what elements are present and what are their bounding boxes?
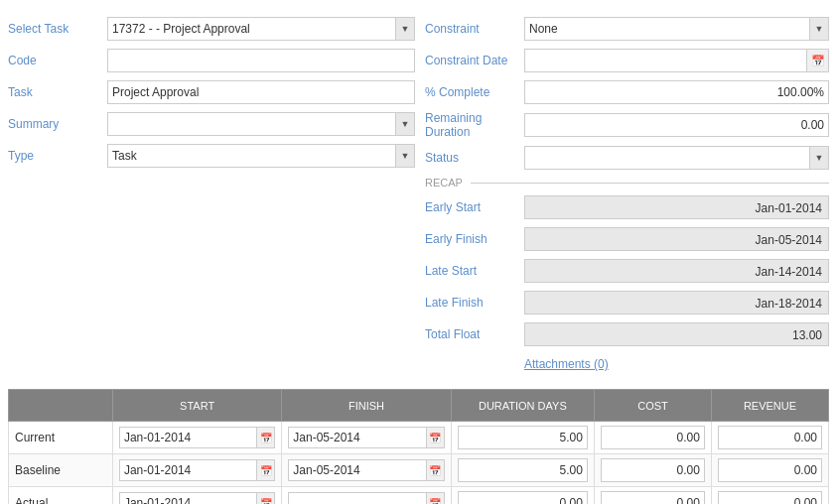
row-baseline-start-calendar-icon[interactable]: 📅 xyxy=(257,459,275,481)
row-current-start-wrapper: 📅 xyxy=(119,427,275,448)
row-baseline-start-cell: 📅 xyxy=(112,454,281,487)
row-baseline-revenue-cell xyxy=(711,454,828,487)
table-row: Actual 📅 📅 xyxy=(9,487,829,505)
row-actual-revenue-cell xyxy=(711,487,828,505)
row-current-revenue-cell xyxy=(711,422,828,454)
status-label: Status xyxy=(425,151,524,165)
late-finish-label: Late Finish xyxy=(425,296,524,310)
constraint-date-label: Constraint Date xyxy=(425,54,524,67)
remaining-duration-input[interactable] xyxy=(524,113,829,137)
row-actual-finish-calendar-icon[interactable]: 📅 xyxy=(427,492,445,504)
row-baseline-duration-cell xyxy=(451,454,594,487)
table-header-duration: DURATION DAYS xyxy=(451,390,594,422)
percent-complete-input[interactable] xyxy=(524,80,829,104)
row-actual-cost-cell xyxy=(594,487,711,505)
row-baseline-start-wrapper: 📅 xyxy=(119,459,275,481)
table-row: Baseline 📅 📅 xyxy=(9,454,829,487)
row-current-cost-input[interactable] xyxy=(601,426,705,449)
type-label: Type xyxy=(8,149,107,163)
total-float-value: 13.00 xyxy=(524,322,829,346)
table-header-finish: FINISH xyxy=(282,390,451,422)
row-current-duration-cell xyxy=(451,422,594,454)
early-finish-value: Jan-05-2014 xyxy=(524,227,829,251)
recap-label: RECAP xyxy=(425,177,829,189)
constraint-date-calendar-icon[interactable]: 📅 xyxy=(807,49,829,72)
row-actual-finish-cell: 📅 xyxy=(282,487,451,505)
row-actual-label: Actual xyxy=(9,487,113,505)
row-baseline-revenue-input[interactable] xyxy=(718,458,822,482)
type-dropdown[interactable]: Task xyxy=(107,144,415,168)
late-start-value: Jan-14-2014 xyxy=(524,259,829,283)
row-baseline-cost-input[interactable] xyxy=(601,458,705,482)
row-current-start-cell: 📅 xyxy=(112,422,281,454)
task-input[interactable] xyxy=(107,80,415,104)
percent-complete-label: % Complete xyxy=(425,85,524,99)
select-task-dropdown[interactable]: 17372 - - Project Approval xyxy=(107,17,415,41)
table-header-empty xyxy=(9,390,113,422)
early-start-label: Early Start xyxy=(425,200,524,214)
constraint-date-input[interactable] xyxy=(524,49,807,72)
row-current-finish-wrapper: 📅 xyxy=(288,427,444,448)
summary-table: START FINISH DURATION DAYS COST REVENUE … xyxy=(8,389,829,504)
row-current-label: Current xyxy=(9,422,113,454)
table-header-cost: COST xyxy=(594,390,711,422)
row-current-start-calendar-icon[interactable]: 📅 xyxy=(257,427,275,448)
row-baseline-finish-cell: 📅 xyxy=(282,454,451,487)
row-actual-start-input[interactable] xyxy=(119,492,257,504)
row-actual-finish-wrapper: 📅 xyxy=(288,492,444,504)
late-start-label: Late Start xyxy=(425,264,524,278)
summary-label: Summary xyxy=(8,117,107,131)
row-baseline-finish-input[interactable] xyxy=(288,459,426,481)
row-baseline-label: Baseline xyxy=(9,454,113,487)
select-task-wrapper: 17372 - - Project Approval ▼ xyxy=(107,17,415,41)
row-current-cost-cell xyxy=(594,422,711,454)
row-actual-revenue-input[interactable] xyxy=(718,491,822,504)
row-baseline-finish-wrapper: 📅 xyxy=(288,459,444,481)
row-actual-finish-input[interactable] xyxy=(288,492,426,504)
row-baseline-cost-cell xyxy=(594,454,711,487)
task-label: Task xyxy=(8,85,107,99)
code-label: Code xyxy=(8,54,107,67)
row-actual-start-wrapper: 📅 xyxy=(119,492,275,504)
row-actual-cost-input[interactable] xyxy=(601,491,705,504)
row-baseline-finish-calendar-icon[interactable]: 📅 xyxy=(427,459,445,481)
status-dropdown[interactable] xyxy=(524,146,829,170)
row-baseline-duration-input[interactable] xyxy=(458,458,588,482)
constraint-wrapper: None ▼ xyxy=(524,17,829,41)
early-finish-label: Early Finish xyxy=(425,232,524,246)
row-current-start-input[interactable] xyxy=(119,427,257,448)
summary-wrapper: ▼ xyxy=(107,112,415,136)
total-float-label: Total Float xyxy=(425,327,524,341)
summary-dropdown[interactable] xyxy=(107,112,415,136)
row-actual-duration-input[interactable] xyxy=(458,491,588,504)
row-current-revenue-input[interactable] xyxy=(718,426,822,449)
row-current-finish-cell: 📅 xyxy=(282,422,451,454)
status-wrapper: ▼ xyxy=(524,146,829,170)
type-wrapper: Task ▼ xyxy=(107,144,415,168)
row-actual-start-cell: 📅 xyxy=(112,487,281,505)
row-current-finish-input[interactable] xyxy=(288,427,426,448)
row-current-finish-calendar-icon[interactable]: 📅 xyxy=(427,427,445,448)
attachments-link[interactable]: Attachments (0) xyxy=(524,357,609,371)
code-input[interactable] xyxy=(107,49,415,72)
table-row: Current 📅 📅 xyxy=(9,422,829,454)
late-finish-value: Jan-18-2014 xyxy=(524,291,829,315)
constraint-dropdown[interactable]: None xyxy=(524,17,829,41)
row-actual-duration-cell xyxy=(451,487,594,505)
constraint-date-wrapper: 📅 xyxy=(524,49,829,72)
row-baseline-start-input[interactable] xyxy=(119,459,257,481)
row-current-duration-input[interactable] xyxy=(458,426,588,449)
early-start-value: Jan-01-2014 xyxy=(524,195,829,219)
table-header-revenue: REVENUE xyxy=(711,390,828,422)
table-header-start: START xyxy=(112,390,281,422)
row-actual-start-calendar-icon[interactable]: 📅 xyxy=(257,492,275,504)
select-task-label: Select Task xyxy=(8,22,107,36)
constraint-label: Constraint xyxy=(425,22,524,36)
remaining-duration-label: Remaining Duration xyxy=(425,111,524,139)
